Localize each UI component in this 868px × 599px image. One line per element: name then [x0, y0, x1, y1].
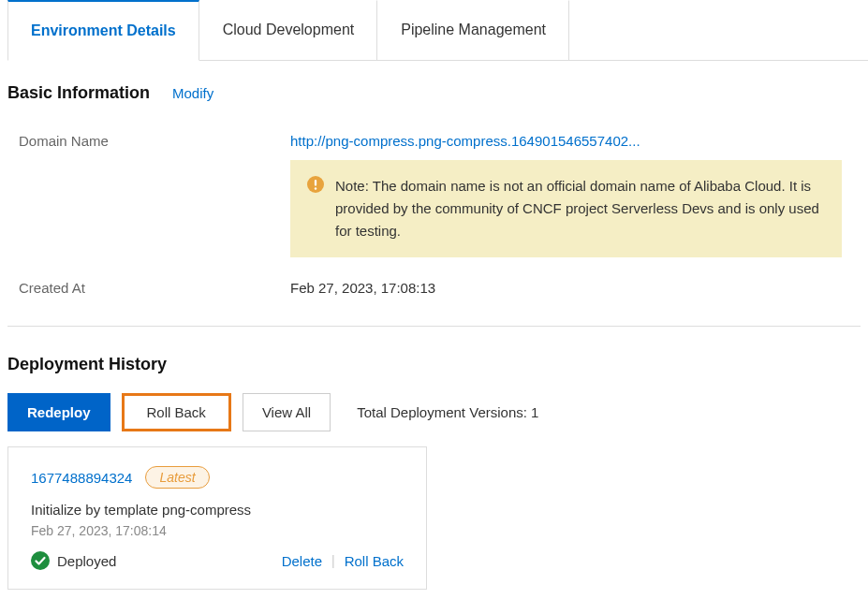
deployment-card-actions: Delete | Roll Back	[282, 553, 404, 569]
svg-rect-1	[315, 180, 316, 186]
created-at-row: Created At Feb 27, 2023, 17:08:13	[7, 272, 861, 311]
deployment-card: 1677488894324 Latest Initialize by templ…	[7, 446, 427, 590]
content-area: Basic Information Modify Domain Name htt…	[0, 61, 868, 597]
domain-name-label: Domain Name	[19, 133, 290, 149]
svg-point-3	[31, 551, 50, 570]
latest-badge: Latest	[145, 466, 209, 489]
section-divider	[7, 326, 861, 327]
domain-name-row: Domain Name http://png-compress.png-comp…	[7, 125, 861, 272]
total-deploy-versions: Total Deployment Versions: 1	[357, 404, 538, 420]
basic-info-header: Basic Information Modify	[7, 83, 861, 103]
tab-pipeline-management[interactable]: Pipeline Management	[377, 0, 569, 60]
deployment-status: Deployed	[31, 551, 116, 570]
delete-link[interactable]: Delete	[282, 553, 322, 569]
note-text: Note: The domain name is not an official…	[335, 175, 825, 242]
tab-environment-details[interactable]: Environment Details	[7, 0, 199, 61]
deployment-date: Feb 27, 2023, 17:08:14	[31, 523, 404, 538]
tab-bar: Environment Details Cloud Development Pi…	[7, 0, 868, 61]
tab-cloud-development[interactable]: Cloud Development	[199, 0, 378, 60]
success-icon	[31, 551, 50, 570]
svg-point-2	[315, 187, 316, 189]
created-at-label: Created At	[19, 280, 290, 296]
deployment-id-link[interactable]: 1677488894324	[31, 470, 132, 486]
modify-link[interactable]: Modify	[172, 85, 213, 101]
action-divider: |	[331, 553, 335, 568]
view-all-button[interactable]: View All	[243, 393, 331, 431]
domain-name-link[interactable]: http://png-compress.png-compress.1649015…	[290, 133, 640, 149]
deployment-actions-row: Redeploy Roll Back View All Total Deploy…	[7, 393, 861, 431]
domain-name-value-container: http://png-compress.png-compress.1649015…	[290, 133, 861, 257]
redeploy-button[interactable]: Redeploy	[7, 393, 110, 431]
deployment-card-footer: Deployed Delete | Roll Back	[31, 551, 404, 570]
note-box: Note: The domain name is not an official…	[290, 160, 842, 257]
rollback-link[interactable]: Roll Back	[345, 553, 404, 569]
deployment-card-header: 1677488894324 Latest	[31, 466, 404, 489]
warning-icon	[307, 176, 324, 193]
deployment-status-text: Deployed	[57, 553, 116, 569]
deployment-history-title: Deployment History	[7, 355, 861, 374]
created-at-value: Feb 27, 2023, 17:08:13	[290, 280, 435, 296]
rollback-button[interactable]: Roll Back	[122, 393, 231, 431]
basic-info-title: Basic Information	[7, 83, 150, 103]
deployment-description: Initialize by template png-compress	[31, 502, 404, 518]
